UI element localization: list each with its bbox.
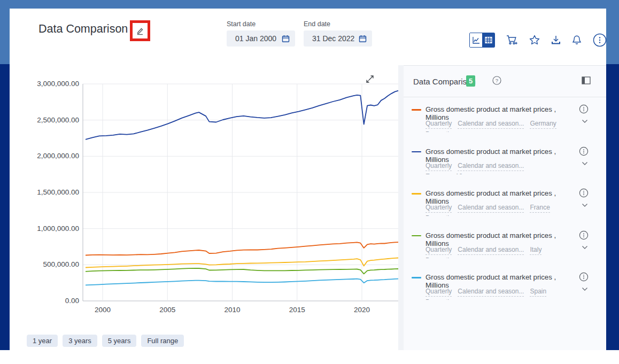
header-toolbar (469, 32, 607, 48)
help-icon[interactable]: ? (492, 76, 501, 85)
split-panel-icon[interactable] (582, 76, 591, 84)
calendar-icon[interactable] (359, 35, 367, 43)
chart-view-icon[interactable] (470, 33, 482, 47)
start-date-group: Start date 01 Jan 2000 (227, 20, 295, 47)
download-icon[interactable] (551, 35, 561, 45)
range-button-full-range[interactable]: Full range (141, 335, 184, 347)
panel-header: Data Comparison 5 ? (404, 66, 606, 97)
dimension-tag[interactable]: Calendar and season... (458, 161, 524, 171)
chevron-down-icon[interactable] (582, 287, 588, 291)
card-gap-divider (398, 65, 404, 350)
dimension-tag[interactable]: Quarterly (425, 245, 452, 255)
series-tags: QuarterlyCalendar and season...FranceDom… (425, 202, 571, 216)
series-tags: QuarterlyCalendar and season...SpainDome… (425, 286, 571, 300)
end-date-label: End date (304, 20, 372, 28)
series-more-options-icon[interactable] (579, 104, 589, 114)
x-tick-label: 2010 (216, 306, 249, 314)
expand-chart-icon[interactable] (365, 74, 375, 84)
dimension-tag[interactable]: Spain (530, 287, 546, 297)
add-to-cart-icon[interactable] (506, 35, 518, 45)
panel-divider (404, 97, 606, 97)
page-title: Data Comparison (38, 22, 128, 36)
dimension-tag[interactable]: Italy (530, 245, 541, 255)
dimension-tag[interactable]: Quarterly (425, 203, 452, 213)
notifications-bell-icon[interactable] (572, 35, 582, 45)
series-color-dash (412, 151, 421, 153)
y-tick-label: 3,000,000.00 (15, 80, 79, 88)
chevron-down-icon[interactable] (582, 119, 588, 123)
start-date-value: 01 Jan 2000 (235, 34, 276, 43)
y-tick-label: 1,000,000.00 (15, 224, 79, 233)
series-color-dash (412, 235, 421, 237)
dimension-tag[interactable]: France (530, 203, 550, 213)
dimension-tag[interactable]: Calendar and season... (458, 287, 524, 297)
y-tick-label: 500,000.00 (15, 260, 79, 268)
range-button-3-years[interactable]: 3 years (63, 335, 97, 347)
chevron-down-icon[interactable] (582, 245, 588, 250)
chevron-down-icon[interactable] (582, 161, 588, 166)
series-more-options-icon[interactable] (579, 146, 589, 156)
series-count-badge: 5 (466, 75, 475, 87)
range-button-1-year[interactable]: 1 year (27, 335, 58, 347)
x-tick-label: 2005 (151, 306, 183, 314)
end-date-group: End date 31 Dec 2022 (304, 20, 372, 47)
range-button-bar: 1 year3 years5 yearsFull range (27, 335, 184, 347)
dimension-tag[interactable]: Domestic (425, 130, 452, 132)
series-list-item: Gross domestic product at market prices … (404, 145, 606, 181)
dimension-tag[interactable]: Quarterly (425, 119, 452, 129)
x-tick-label: 2020 (346, 306, 378, 314)
range-button-5-years[interactable]: 5 years (102, 335, 137, 347)
series-tags: QuarterlyCalendar and season...Euro area… (425, 160, 571, 174)
x-tick-label: 2015 (281, 306, 313, 314)
start-date-input[interactable]: 01 Jan 2000 (227, 30, 295, 47)
dimension-tag[interactable]: Calendar and season... (458, 203, 524, 213)
svg-text:?: ? (496, 78, 498, 83)
series-tags: QuarterlyCalendar and season...ItalyDome… (425, 244, 571, 258)
series-color-dash (412, 109, 421, 111)
y-tick-label: 1,500,000.00 (15, 188, 79, 196)
series-more-options-icon[interactable] (579, 230, 589, 240)
series-list-item: Gross domestic product at market prices … (404, 271, 606, 306)
start-date-label: Start date (227, 20, 295, 28)
favorite-star-icon[interactable] (529, 35, 540, 45)
series-tags: QuarterlyCalendar and season...GermanyDo… (425, 118, 571, 132)
dimension-tag[interactable]: Germany (530, 119, 556, 129)
y-tick-label: 2,500,000.00 (15, 116, 79, 124)
more-options-icon[interactable] (593, 33, 607, 47)
series-more-options-icon[interactable] (579, 188, 589, 198)
edit-title-annotation-box[interactable] (130, 20, 150, 41)
end-date-value: 31 Dec 2022 (312, 34, 354, 43)
dimension-tag[interactable]: Quarterly (425, 287, 452, 297)
dimension-tag[interactable]: Calendar and season... (458, 119, 524, 129)
series-more-options-icon[interactable] (579, 272, 589, 282)
pencil-edit-icon[interactable] (135, 26, 145, 36)
dimension-tag[interactable]: Euro area 19 (425, 172, 462, 174)
dimension-tag[interactable]: Quarterly (425, 161, 452, 171)
series-color-dash (412, 277, 421, 278)
table-view-icon[interactable] (482, 33, 494, 47)
end-date-input[interactable]: 31 Dec 2022 (304, 30, 372, 47)
chevron-down-icon[interactable] (582, 203, 588, 207)
dimension-tag[interactable]: Domestic (425, 256, 452, 258)
series-list-item: Gross domestic product at market prices … (404, 187, 606, 222)
dimension-tag[interactable]: Calendar and season... (458, 245, 524, 255)
dimension-tag[interactable]: Domestic (425, 214, 452, 216)
data-comparison-panel: Data Comparison 5 ? Gross domestic produ… (404, 65, 606, 350)
series-list-item: Gross domestic product at market prices … (404, 229, 606, 265)
view-toggle (469, 33, 495, 48)
y-tick-label: 0.00 (15, 297, 79, 305)
series-color-dash (412, 193, 421, 195)
y-tick-label: 2,000,000.00 (15, 152, 79, 160)
calendar-icon[interactable] (282, 35, 290, 43)
x-tick-label: 2000 (87, 306, 119, 314)
dimension-tag[interactable]: Domestic (425, 298, 452, 300)
series-list-item: Gross domestic product at market prices … (404, 103, 606, 138)
